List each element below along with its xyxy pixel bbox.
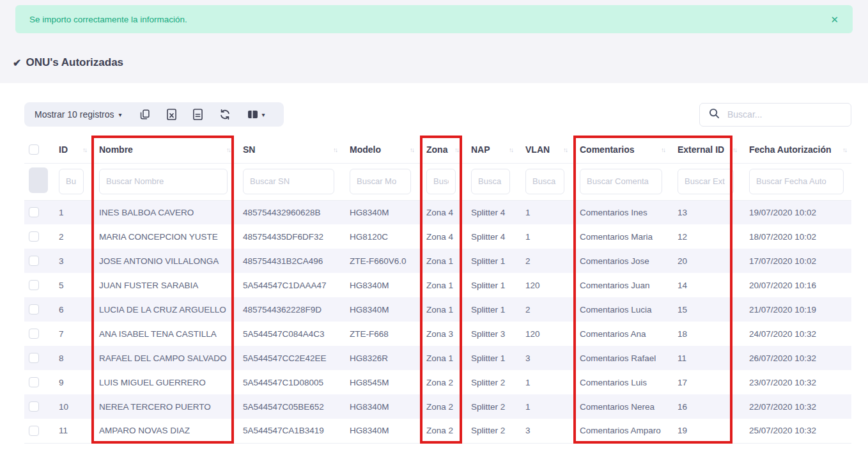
cell-sn: 5A544547CA1B3419 (235, 419, 342, 443)
filter-input-comentarios[interactable] (580, 169, 662, 194)
column-label: Modelo (350, 144, 381, 155)
filter-input-fecha_autorizacion[interactable] (749, 169, 844, 194)
sort-icon[interactable]: ↑↓ (842, 146, 846, 153)
column-header-comentarios[interactable]: Comentarios↑↓ (572, 136, 670, 163)
row-checkbox[interactable] (29, 231, 39, 242)
cell-modelo: ZTE-F660V6.0 (342, 249, 419, 273)
refresh-button[interactable] (211, 109, 239, 120)
column-header-nap[interactable]: NAP↑↓ (463, 136, 518, 163)
cell-fecha_autorizacion: 24/07/2020 10:32 (741, 322, 851, 346)
copy-button[interactable] (131, 109, 159, 120)
column-label: Nombre (99, 144, 133, 155)
sort-icon[interactable]: ↑↓ (82, 146, 86, 153)
page-length-dropdown[interactable]: Mostrar 10 registros ▾ (35, 109, 122, 120)
cell-sn: 5A544547C1DAAA47 (235, 273, 342, 297)
page-title-text: ONU's Autorizadas (26, 56, 123, 69)
table-row: 10NEREA TERCERO PUERTO5A544547C05BE652HG… (24, 394, 851, 419)
cell-nap: Splitter 4 (463, 200, 518, 224)
filter-input-nombre[interactable] (99, 169, 228, 194)
filter-input-nap[interactable] (471, 169, 510, 194)
cell-nap: Splitter 1 (463, 297, 518, 322)
cell-vlan: 3 (518, 419, 572, 443)
page-title: ✔ ONU's Autorizadas (13, 56, 123, 69)
cell-comentarios: Comentarios Juan (572, 273, 670, 297)
sort-icon[interactable]: ↑↓ (509, 146, 513, 153)
cell-sn: 485754431B2CA496 (235, 249, 342, 273)
cell-external_id: 16 (670, 394, 741, 419)
cell-vlan: 2 (518, 297, 572, 322)
row-checkbox[interactable] (29, 401, 39, 412)
close-icon[interactable]: ✕ (830, 15, 839, 24)
row-checkbox[interactable] (29, 280, 39, 290)
sort-icon[interactable]: ↑↓ (661, 146, 665, 153)
column-label: Zona (426, 144, 447, 155)
column-header-zona[interactable]: Zona↑↓ (419, 136, 463, 163)
filter-input-modelo[interactable] (350, 169, 411, 194)
filter-input-vlan[interactable] (525, 169, 564, 194)
cell-zona: Zona 2 (419, 370, 463, 394)
column-header-fecha_autorizacion[interactable]: Fecha Autorización↑↓ (741, 136, 851, 163)
column-header-id[interactable]: ID↑↓ (51, 136, 91, 163)
cell-nap: Splitter 3 (463, 322, 518, 346)
cell-zona: Zona 2 (419, 419, 463, 443)
cell-zona: Zona 1 (419, 273, 463, 297)
cell-vlan: 3 (518, 346, 572, 370)
toolbar-button-group: Mostrar 10 registros ▾ (24, 102, 284, 127)
row-checkbox[interactable] (29, 304, 39, 314)
row-checkbox[interactable] (29, 329, 39, 339)
row-checkbox[interactable] (29, 207, 39, 217)
sort-icon[interactable]: ↑↓ (732, 146, 736, 153)
search-input[interactable] (727, 109, 843, 120)
filter-input-zona[interactable] (426, 169, 456, 194)
cell-nap: Splitter 2 (463, 370, 518, 394)
column-visibility-button[interactable]: ▾ (239, 110, 274, 119)
export-excel-button[interactable] (159, 109, 185, 120)
cell-zona: Zona 2 (419, 394, 463, 419)
cell-zona: Zona 1 (419, 346, 463, 370)
row-checkbox-cell (24, 273, 51, 297)
row-checkbox[interactable] (29, 426, 39, 436)
column-header-modelo[interactable]: Modelo↑↓ (342, 136, 419, 163)
cell-id: 5 (51, 273, 91, 297)
check-icon: ✔ (13, 57, 21, 69)
sort-icon[interactable]: ↑↓ (333, 146, 337, 153)
cell-nombre: MARIA CONCEPCION YUSTE (91, 224, 235, 249)
row-checkbox[interactable] (29, 353, 39, 363)
cell-zona: Zona 1 (419, 249, 463, 273)
sort-icon[interactable]: ↑↓ (563, 146, 567, 153)
cell-nap: Splitter 1 (463, 273, 518, 297)
filter-input-sn[interactable] (243, 169, 334, 194)
filter-cell-vlan (518, 163, 572, 200)
cell-comentarios: Comentarios Ines (572, 200, 670, 224)
select-all-checkbox[interactable] (29, 144, 39, 155)
filter-input-id[interactable] (59, 169, 84, 194)
onu-table: ID↑↓Nombre↑↓SN↑↓Modelo↑↓Zona↑↓NAP↑↓VLAN↑… (24, 136, 851, 444)
filter-cell-nap (463, 163, 518, 200)
filter-cell-comentarios (572, 163, 670, 200)
filter-cell-zona (419, 163, 463, 200)
export-file-button[interactable] (185, 109, 211, 120)
row-checkbox-cell (24, 249, 51, 273)
cell-fecha_autorizacion: 26/07/2020 10:32 (741, 346, 851, 370)
cell-comentarios: Comentarios Nerea (572, 394, 670, 419)
column-header-external_id[interactable]: External ID↑↓ (670, 136, 741, 163)
sort-icon[interactable]: ↑↓ (410, 146, 414, 153)
column-header-nombre[interactable]: Nombre↑↓ (91, 136, 235, 163)
sort-icon[interactable]: ↑↓ (226, 146, 230, 153)
row-checkbox-cell (24, 370, 51, 394)
sort-icon[interactable]: ↑↓ (454, 146, 458, 153)
column-label: Fecha Autorización (749, 144, 832, 155)
cell-fecha_autorizacion: 21/07/2020 10:19 (741, 297, 851, 322)
row-checkbox[interactable] (29, 256, 39, 266)
column-header-vlan[interactable]: VLAN↑↓ (518, 136, 572, 163)
filter-checkbox-cell (24, 163, 51, 200)
column-header-sn[interactable]: SN↑↓ (235, 136, 342, 163)
cell-modelo: HG8340M (342, 200, 419, 224)
excel-file-icon (167, 109, 176, 120)
cell-fecha_autorizacion: 18/07/2020 10:02 (741, 224, 851, 249)
row-checkbox-cell (24, 419, 51, 443)
filter-input-external_id[interactable] (678, 169, 734, 194)
filter-cell-nombre (91, 163, 235, 200)
row-checkbox[interactable] (29, 377, 39, 387)
cell-id: 3 (51, 249, 91, 273)
